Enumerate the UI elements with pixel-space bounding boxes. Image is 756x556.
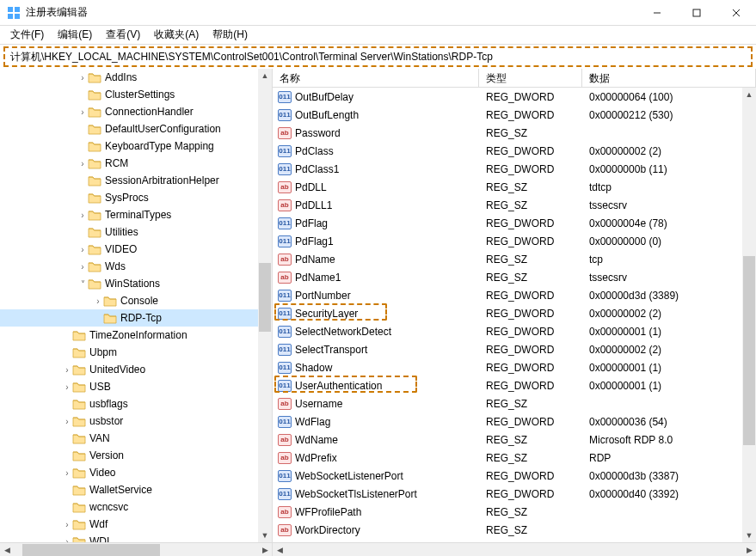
minimize-button[interactable] (637, 0, 677, 26)
tree-item-usbstor[interactable]: ›usbstor (0, 412, 272, 430)
menu-edit[interactable]: 编辑(E) (52, 26, 97, 44)
tree-item-van[interactable]: VAN (0, 430, 272, 447)
tree-item-utilities[interactable]: Utilities (0, 223, 272, 241)
chevron-down-icon[interactable]: ˅ (77, 279, 88, 289)
scroll-down-arrow[interactable]: ▼ (258, 529, 272, 542)
tree-item-usb[interactable]: ›USB (0, 378, 272, 395)
scroll-left-arrow[interactable]: ◀ (0, 543, 14, 556)
chevron-right-icon[interactable]: › (62, 537, 72, 543)
tree-item-wds[interactable]: ›Wds (0, 258, 272, 275)
column-data[interactable]: 数据 (582, 69, 756, 87)
scroll-up-arrow[interactable]: ▲ (742, 88, 756, 101)
scroll-thumb-vertical[interactable] (259, 263, 271, 332)
tree-item-ubpm[interactable]: Ubpm (0, 344, 272, 361)
value-row[interactable]: abPdDLLREG_SZtdtcp (273, 178, 756, 196)
value-row[interactable]: abWorkDirectoryREG_SZ (273, 521, 756, 539)
value-row[interactable]: 011PortNumberREG_DWORD0x00000d3d (3389) (273, 286, 756, 304)
close-button[interactable] (716, 0, 756, 26)
tree-item-wcncsvc[interactable]: wcncsvc (0, 498, 272, 516)
address-bar[interactable]: 计算机\HKEY_LOCAL_MACHINE\SYSTEM\ControlSet… (3, 46, 753, 67)
tree-item-sysprocs[interactable]: SysProcs (0, 189, 272, 206)
value-row[interactable]: abWdNameREG_SZMicrosoft RDP 8.0 (273, 431, 756, 449)
value-row[interactable]: 011WebSocketListenerPortREG_DWORD0x00000… (273, 467, 756, 485)
value-row[interactable]: 011SelectNetworkDetectREG_DWORD0x0000000… (273, 322, 756, 340)
value-name: Password (295, 127, 341, 139)
tree-item-usbflags[interactable]: usbflags (0, 395, 272, 412)
column-name[interactable]: 名称 (273, 69, 479, 87)
chevron-right-icon[interactable]: › (62, 365, 72, 375)
chevron-right-icon[interactable]: › (77, 73, 88, 82)
chevron-right-icon[interactable]: › (62, 520, 72, 529)
menu-favorites[interactable]: 收藏夹(A) (149, 26, 204, 44)
tree-item-version[interactable]: Version (0, 447, 272, 464)
chevron-right-icon[interactable]: › (62, 382, 72, 392)
chevron-right-icon[interactable]: › (62, 417, 72, 426)
tree-item-wdi[interactable]: ›WDI (0, 533, 272, 542)
chevron-right-icon[interactable]: › (77, 211, 88, 220)
value-name: SecurityLayer (295, 308, 358, 320)
tree-item-wdf[interactable]: ›Wdf (0, 516, 272, 533)
column-type[interactable]: 类型 (479, 69, 582, 87)
tree-item-connectionhandler[interactable]: ›ConnectionHandler (0, 103, 272, 120)
chevron-right-icon[interactable]: › (77, 159, 88, 168)
tree-item-sessionarbitrationhelper[interactable]: SessionArbitrationHelper (0, 172, 272, 189)
tree-item-label: TerminalTypes (105, 209, 171, 221)
folder-icon (72, 415, 86, 427)
value-row[interactable]: 011SelectTransportREG_DWORD0x00000002 (2… (273, 340, 756, 358)
value-row[interactable]: abPdName1REG_SZtssecsrv (273, 268, 756, 286)
menu-file[interactable]: 文件(F) (5, 26, 49, 44)
value-row[interactable]: 011OutBufLengthREG_DWORD0x00000212 (530) (273, 106, 756, 124)
value-row[interactable]: 011WebSocketTlsListenerPortREG_DWORD0x00… (273, 485, 756, 503)
tree-item-terminaltypes[interactable]: ›TerminalTypes (0, 206, 272, 223)
tree-item-walletservice[interactable]: WalletService (0, 481, 272, 498)
chevron-right-icon[interactable]: › (93, 296, 103, 306)
value-row[interactable]: 011PdClass1REG_DWORD0x0000000b (11) (273, 160, 756, 178)
scroll-down-arrow[interactable]: ▼ (742, 529, 756, 542)
chevron-right-icon[interactable]: › (77, 107, 88, 117)
value-row[interactable]: 011SecurityLayerREG_DWORD0x00000002 (2) (273, 304, 756, 322)
scroll-up-arrow[interactable]: ▲ (258, 69, 272, 82)
scroll-thumb-vertical[interactable] (743, 256, 755, 445)
chevron-right-icon[interactable]: › (77, 245, 88, 254)
tree-scrollbar-vertical[interactable]: ▲ ▼ (258, 69, 272, 542)
tree-item-defaultuserconfiguration[interactable]: DefaultUserConfiguration (0, 120, 272, 137)
tree-item-console[interactable]: ›Console (0, 292, 272, 309)
values-scrollbar-horizontal[interactable]: ◀ ▶ (273, 543, 756, 556)
folder-icon (72, 535, 86, 542)
value-row[interactable]: 011UserAuthenticationREG_DWORD0x00000001… (273, 376, 756, 394)
tree-item-winstations[interactable]: ˅WinStations (0, 275, 272, 292)
tree-item-addins[interactable]: ›AddIns (0, 69, 272, 86)
menu-help[interactable]: 帮助(H) (207, 26, 253, 44)
scroll-right-arrow[interactable]: ▶ (258, 543, 272, 556)
value-row[interactable]: 011OutBufDelayREG_DWORD0x00000064 (100) (273, 88, 756, 106)
tree-item-timezoneinformation[interactable]: TimeZoneInformation (0, 327, 272, 344)
tree-item-keyboardtype-mapping[interactable]: KeyboardType Mapping (0, 137, 272, 155)
value-row[interactable]: abPdDLL1REG_SZtssecsrv (273, 196, 756, 214)
value-row[interactable]: abUsernameREG_SZ (273, 394, 756, 412)
value-row[interactable]: abWdPrefixREG_SZRDP (273, 449, 756, 467)
value-row[interactable]: abWFProfilePathREG_SZ (273, 503, 756, 521)
value-row[interactable]: 011PdClassREG_DWORD0x00000002 (2) (273, 142, 756, 160)
value-row[interactable]: 011PdFlagREG_DWORD0x0000004e (78) (273, 214, 756, 232)
tree-item-video[interactable]: ›Video (0, 464, 272, 481)
chevron-right-icon[interactable]: › (62, 468, 72, 478)
menu-view[interactable]: 查看(V) (101, 26, 145, 44)
scroll-thumb-horizontal[interactable] (22, 544, 160, 556)
scroll-left-arrow[interactable]: ◀ (273, 543, 286, 556)
chevron-right-icon[interactable]: › (77, 262, 88, 272)
value-row[interactable]: 011PdFlag1REG_DWORD0x00000000 (0) (273, 232, 756, 250)
maximize-button[interactable] (677, 0, 716, 26)
tree-scrollbar-horizontal[interactable]: ◀ ▶ (0, 543, 273, 556)
value-row[interactable]: abPasswordREG_SZ (273, 124, 756, 142)
value-row[interactable]: 011ShadowREG_DWORD0x00000001 (1) (273, 358, 756, 376)
values-scrollbar-vertical[interactable]: ▲ ▼ (742, 88, 756, 542)
tree-item-video[interactable]: ›VIDEO (0, 241, 272, 258)
value-row[interactable]: 011WdFlagREG_DWORD0x00000036 (54) (273, 412, 756, 431)
tree-item-rdp-tcp[interactable]: RDP-Tcp (0, 309, 272, 327)
value-name: WebSocketListenerPort (295, 470, 403, 482)
scroll-right-arrow[interactable]: ▶ (742, 543, 756, 556)
tree-item-rcm[interactable]: ›RCM (0, 155, 272, 172)
tree-item-clustersettings[interactable]: ClusterSettings (0, 86, 272, 103)
tree-item-unitedvideo[interactable]: ›UnitedVideo (0, 361, 272, 378)
value-row[interactable]: abPdNameREG_SZtcp (273, 250, 756, 268)
